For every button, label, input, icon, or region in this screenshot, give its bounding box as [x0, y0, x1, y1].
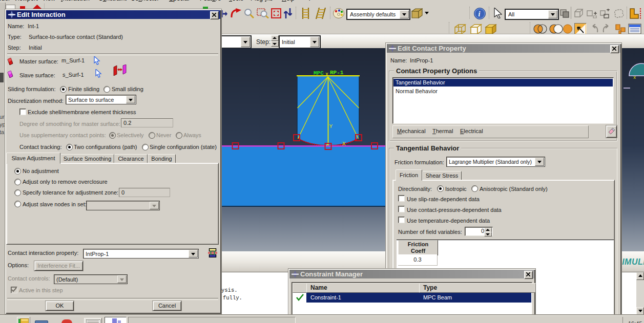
svg-text:RP-1: RP-1	[330, 70, 344, 76]
svg-text:X: X	[342, 141, 346, 147]
svg-text:i: i	[479, 10, 481, 18]
svg-text:MPC: MPC	[314, 70, 324, 76]
svg-text:x: x	[325, 72, 328, 77]
svg-text:Y: Y	[329, 123, 333, 130]
svg-text:x: x	[633, 75, 636, 80]
